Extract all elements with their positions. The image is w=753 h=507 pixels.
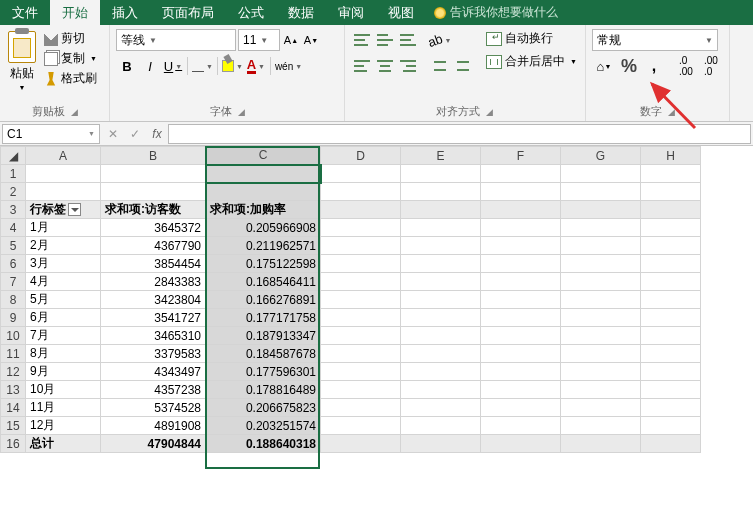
- row-header[interactable]: 16: [1, 435, 26, 453]
- cancel-formula-button[interactable]: ✕: [102, 124, 124, 144]
- align-right-button[interactable]: [397, 55, 419, 77]
- phonetic-guide-button[interactable]: wén▼: [274, 55, 303, 77]
- total-rate[interactable]: 0.188640318: [206, 435, 321, 453]
- increase-indent-button[interactable]: [450, 55, 472, 77]
- accounting-format-button[interactable]: ⌂▼: [592, 55, 616, 77]
- align-middle-button[interactable]: [374, 29, 396, 51]
- align-center-button[interactable]: [374, 55, 396, 77]
- row-header[interactable]: 7: [1, 273, 26, 291]
- dialog-launcher-icon[interactable]: ◢: [668, 107, 675, 117]
- row-header[interactable]: 9: [1, 309, 26, 327]
- row-header[interactable]: 8: [1, 291, 26, 309]
- decrease-font-button[interactable]: A▼: [302, 29, 320, 51]
- border-button[interactable]: ▼: [191, 55, 214, 77]
- pivot-visitors-header[interactable]: 求和项:访客数: [101, 201, 206, 219]
- row-header[interactable]: 1: [1, 165, 26, 183]
- insert-function-button[interactable]: fx: [146, 124, 168, 144]
- cell[interactable]: 11月: [26, 399, 101, 417]
- cell[interactable]: 0.187913347: [206, 327, 321, 345]
- row-header[interactable]: 11: [1, 345, 26, 363]
- align-bottom-button[interactable]: [397, 29, 419, 51]
- col-header-E[interactable]: E: [401, 147, 481, 165]
- cell[interactable]: 7月: [26, 327, 101, 345]
- underline-button[interactable]: U▼: [162, 55, 184, 77]
- tab-page-layout[interactable]: 页面布局: [150, 0, 226, 25]
- tab-view[interactable]: 视图: [376, 0, 426, 25]
- col-header-B[interactable]: B: [101, 147, 206, 165]
- cell[interactable]: 4891908: [101, 417, 206, 435]
- increase-font-button[interactable]: A▲: [282, 29, 300, 51]
- filter-dropdown-icon[interactable]: [68, 203, 81, 216]
- col-header-C[interactable]: C: [206, 147, 321, 165]
- enter-formula-button[interactable]: ✓: [124, 124, 146, 144]
- decrease-decimal-button[interactable]: .00.0: [699, 55, 723, 77]
- align-top-button[interactable]: [351, 29, 373, 51]
- cell[interactable]: 5月: [26, 291, 101, 309]
- cell[interactable]: 3541727: [101, 309, 206, 327]
- row-header[interactable]: 3: [1, 201, 26, 219]
- cell[interactable]: 0.168546411: [206, 273, 321, 291]
- col-header-G[interactable]: G: [561, 147, 641, 165]
- cell[interactable]: 12月: [26, 417, 101, 435]
- cell[interactable]: 1月: [26, 219, 101, 237]
- col-header-D[interactable]: D: [321, 147, 401, 165]
- cell[interactable]: 3379583: [101, 345, 206, 363]
- cell[interactable]: 0.178816489: [206, 381, 321, 399]
- col-header-A[interactable]: A: [26, 147, 101, 165]
- comma-style-button[interactable]: ,: [642, 55, 666, 77]
- orientation-button[interactable]: ab▼: [427, 29, 452, 51]
- cell[interactable]: 4月: [26, 273, 101, 291]
- bold-button[interactable]: B: [116, 55, 138, 77]
- col-header-F[interactable]: F: [481, 147, 561, 165]
- fill-color-button[interactable]: ▼: [221, 55, 244, 77]
- cell[interactable]: 0.184587678: [206, 345, 321, 363]
- cell[interactable]: 0.206675823: [206, 399, 321, 417]
- total-visitors[interactable]: 47904844: [101, 435, 206, 453]
- merge-center-button[interactable]: 合并后居中▼: [484, 52, 579, 71]
- cell[interactable]: 3423804: [101, 291, 206, 309]
- row-header[interactable]: 15: [1, 417, 26, 435]
- select-all-button[interactable]: ◢: [1, 147, 26, 165]
- cell[interactable]: 3465310: [101, 327, 206, 345]
- number-format-combo[interactable]: 常规▼: [592, 29, 718, 51]
- row-header[interactable]: 5: [1, 237, 26, 255]
- row-header[interactable]: 14: [1, 399, 26, 417]
- row-header[interactable]: 12: [1, 363, 26, 381]
- cell[interactable]: 9月: [26, 363, 101, 381]
- font-name-combo[interactable]: 等线▼: [116, 29, 236, 51]
- cells-table[interactable]: ◢ A B C D E F G H 1 2 3 行标签 求和项:访客数 求和项:…: [0, 146, 701, 453]
- tab-review[interactable]: 审阅: [326, 0, 376, 25]
- cell[interactable]: 0.177596301: [206, 363, 321, 381]
- align-left-button[interactable]: [351, 55, 373, 77]
- tab-data[interactable]: 数据: [276, 0, 326, 25]
- row-header[interactable]: 6: [1, 255, 26, 273]
- cell[interactable]: 5374528: [101, 399, 206, 417]
- row-header[interactable]: 2: [1, 183, 26, 201]
- pivot-row-labels-header[interactable]: 行标签: [26, 201, 101, 219]
- cell[interactable]: 4367790: [101, 237, 206, 255]
- wrap-text-button[interactable]: 自动换行: [484, 29, 579, 48]
- tab-file[interactable]: 文件: [0, 0, 50, 25]
- tab-insert[interactable]: 插入: [100, 0, 150, 25]
- percent-style-button[interactable]: %: [617, 55, 641, 77]
- cell[interactable]: 4343497: [101, 363, 206, 381]
- dialog-launcher-icon[interactable]: ◢: [71, 107, 78, 117]
- cut-button[interactable]: 剪切: [42, 29, 99, 48]
- cell[interactable]: 0.211962571: [206, 237, 321, 255]
- cell[interactable]: 0.175122598: [206, 255, 321, 273]
- dialog-launcher-icon[interactable]: ◢: [486, 107, 493, 117]
- dialog-launcher-icon[interactable]: ◢: [238, 107, 245, 117]
- format-painter-button[interactable]: 格式刷: [42, 69, 99, 88]
- decrease-indent-button[interactable]: [427, 55, 449, 77]
- row-header[interactable]: 10: [1, 327, 26, 345]
- copy-button[interactable]: 复制▼: [42, 49, 99, 68]
- tab-formulas[interactable]: 公式: [226, 0, 276, 25]
- paste-button[interactable]: 粘贴 ▼: [6, 29, 38, 102]
- row-header[interactable]: 4: [1, 219, 26, 237]
- tab-home[interactable]: 开始: [50, 0, 100, 25]
- cell[interactable]: 3854454: [101, 255, 206, 273]
- cell[interactable]: 10月: [26, 381, 101, 399]
- cell[interactable]: 3645372: [101, 219, 206, 237]
- formula-input[interactable]: [168, 124, 751, 144]
- cell[interactable]: 2月: [26, 237, 101, 255]
